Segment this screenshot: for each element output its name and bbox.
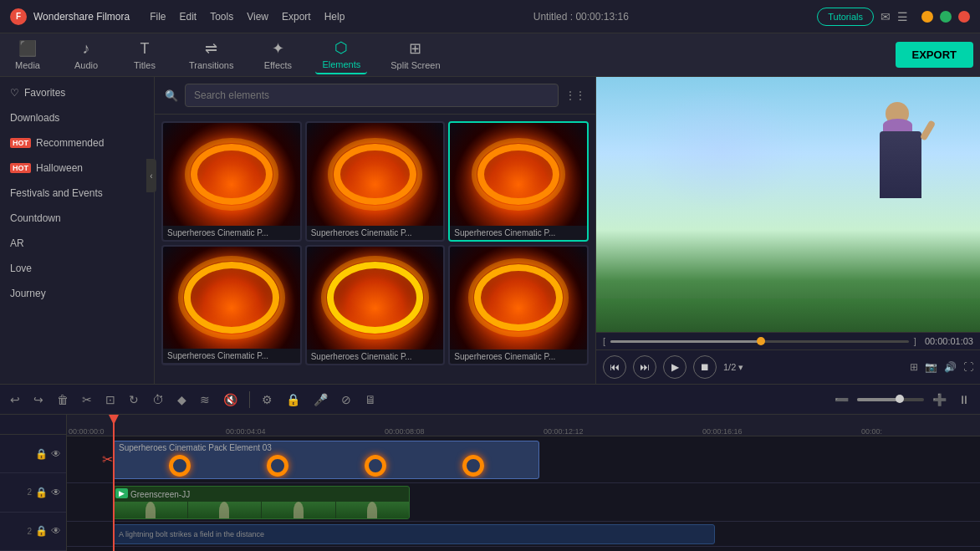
- minimize-button[interactable]: [921, 11, 933, 23]
- sidebar-item-love[interactable]: Love: [0, 256, 154, 281]
- sidebar-item-downloads[interactable]: Downloads: [0, 105, 154, 130]
- play-button[interactable]: ▶: [663, 355, 687, 379]
- lock-icon-1[interactable]: 🔒: [35, 448, 48, 460]
- element-card-4[interactable]: Superheroes Cinematic P...: [161, 245, 302, 365]
- snap-icon[interactable]: 🔒: [283, 390, 304, 410]
- toolbar-media[interactable]: ⬛ Media: [7, 36, 48, 74]
- menu-help[interactable]: Help: [324, 11, 345, 23]
- tutorials-button[interactable]: Tutorials: [817, 8, 874, 26]
- clip-ring-4: [462, 455, 484, 477]
- zoom-out-button[interactable]: ➖: [831, 390, 852, 410]
- menu-icon[interactable]: ☰: [897, 10, 908, 23]
- delete-button[interactable]: 🗑: [54, 390, 72, 410]
- crop-button[interactable]: ⊡: [102, 390, 119, 410]
- toolbar-titles[interactable]: T Titles: [124, 37, 166, 74]
- element-thumb-2: [307, 123, 444, 226]
- zoom-in-button[interactable]: ➕: [929, 390, 950, 410]
- hot-badge-halloween: HOT: [10, 163, 31, 173]
- slider-fill: [610, 340, 759, 343]
- element-label-5: Superheroes Cinematic P...: [307, 349, 444, 364]
- zoom-slider[interactable]: [857, 398, 924, 401]
- voice-icon[interactable]: 🎤: [310, 390, 331, 410]
- sidebar-collapse-btn[interactable]: ‹: [146, 159, 155, 192]
- element-card-3[interactable]: Superheroes Cinematic P...: [448, 121, 589, 242]
- preview-panel: [ ] 00:00:01:03 ⏮ ⏭ ▶ ⏹ 1/2 ▾ ⊞ 📷 🔊 ⛶: [595, 77, 980, 384]
- sidebar-item-favorites[interactable]: ♡ Favorites: [0, 80, 154, 105]
- element-card-5[interactable]: Superheroes Cinematic P...: [305, 245, 446, 365]
- undo-button[interactable]: ↩: [7, 390, 23, 410]
- clip-ring-1: [169, 455, 191, 477]
- app-logo: F: [10, 8, 27, 25]
- search-input[interactable]: [185, 84, 559, 107]
- video-clip[interactable]: ▶ Greenscreen-JJ: [113, 486, 410, 519]
- sidebar-item-countdown[interactable]: Countdown: [0, 206, 154, 231]
- thumb-inner-6: [450, 247, 587, 349]
- sidebar-item-halloween[interactable]: HOT Halloween: [0, 156, 154, 181]
- preview-progress-slider[interactable]: [610, 340, 909, 343]
- close-button[interactable]: [958, 11, 970, 23]
- eye-icon-2[interactable]: 👁: [51, 487, 61, 498]
- maximize-button[interactable]: [940, 11, 952, 23]
- volume-icon[interactable]: 🔊: [944, 361, 957, 373]
- eye-icon-2b[interactable]: 👁: [51, 525, 61, 537]
- menu-file[interactable]: File: [150, 11, 166, 23]
- fullscreen-icon[interactable]: ⛶: [963, 361, 973, 373]
- cut-button[interactable]: ✂: [79, 390, 95, 410]
- thumb-inner-4: [163, 247, 300, 349]
- audio-levels-button[interactable]: ≋: [197, 390, 213, 410]
- export-button[interactable]: EXPORT: [896, 42, 973, 68]
- sidebar-item-ar[interactable]: AR: [0, 231, 154, 256]
- notification-icon[interactable]: ✉: [880, 10, 891, 23]
- toolbar-transitions[interactable]: ⇌ Transitions: [182, 36, 240, 74]
- rewind-button[interactable]: ⏮: [603, 355, 626, 379]
- rotate-button[interactable]: ↻: [125, 390, 142, 410]
- mute-button[interactable]: 🔇: [220, 390, 241, 410]
- timeline-playhead[interactable]: [113, 415, 115, 551]
- toolbar-effects[interactable]: ✦ Effects: [257, 36, 299, 74]
- document-title: Untitled : 00:00:13:16: [533, 11, 629, 23]
- redo-button[interactable]: ↪: [30, 390, 47, 410]
- step-back-button[interactable]: ⏭: [633, 355, 656, 379]
- adjust-icon[interactable]: 🖥: [361, 390, 380, 410]
- eye-icon-1[interactable]: 👁: [51, 448, 61, 460]
- snapshot-icon[interactable]: 📷: [925, 361, 937, 373]
- titles-icon: T: [140, 40, 150, 58]
- timer-button[interactable]: ⏱: [149, 390, 167, 410]
- page-dropdown-icon[interactable]: ▾: [738, 362, 743, 373]
- sidebar-item-festivals[interactable]: Festivals and Events: [0, 181, 154, 206]
- elements-clip[interactable]: Superheroes Cinematic Pack Element 03: [113, 441, 539, 479]
- layout-icon[interactable]: ⊞: [910, 361, 918, 373]
- menu-export[interactable]: Export: [282, 11, 311, 23]
- transitions-icon: ⇌: [205, 39, 217, 58]
- sidebar-item-journey[interactable]: Journey: [0, 281, 154, 306]
- sidebar-item-recommended[interactable]: HOT Recommended: [0, 130, 154, 156]
- toolbar-audio[interactable]: ♪ Audio: [65, 37, 107, 74]
- menu-edit[interactable]: Edit: [180, 11, 197, 23]
- fire-ring-4: [184, 262, 280, 334]
- preview-extra-controls: ⊞ 📷 🔊 ⛶: [910, 361, 973, 373]
- speed-icon[interactable]: ⚙: [258, 390, 276, 410]
- toolbar-splitscreen[interactable]: ⊞ Split Screen: [384, 36, 447, 74]
- lock-icon-2b[interactable]: 🔒: [35, 525, 48, 537]
- toolbar-transitions-label: Transitions: [189, 60, 233, 70]
- menu-tools[interactable]: Tools: [210, 11, 233, 23]
- element-card-6[interactable]: Superheroes Cinematic P...: [448, 245, 589, 365]
- element-card-2[interactable]: Superheroes Cinematic P...: [305, 121, 446, 242]
- fire-ring-5: [327, 262, 423, 334]
- hot-badge-recommended: HOT: [10, 138, 31, 148]
- audio-clip[interactable]: A lightning bolt strikes a field in the …: [113, 524, 715, 544]
- clip-rings-container: [114, 454, 538, 477]
- element-card-1[interactable]: Superheroes Cinematic P...: [161, 121, 302, 242]
- element-label-3: Superheroes Cinematic P...: [450, 226, 587, 240]
- pause-tracks-button[interactable]: ⏸: [955, 390, 973, 410]
- menu-view[interactable]: View: [247, 11, 268, 23]
- grid-toggle-icon[interactable]: ⋮⋮: [565, 89, 585, 101]
- split-icon[interactable]: ⊘: [338, 390, 355, 410]
- lock-icon-2[interactable]: 🔒: [35, 487, 48, 498]
- timeline-toolbar: ↩ ↪ 🗑 ✂ ⊡ ↻ ⏱ ◆ ≋ 🔇 ⚙ 🔒 🎤 ⊘ 🖥 ➖ ➕ ⏸: [0, 385, 980, 415]
- color-button[interactable]: ◆: [174, 390, 190, 410]
- stop-button[interactable]: ⏹: [693, 355, 717, 379]
- fire-ring-2: [334, 144, 416, 206]
- toolbar-elements[interactable]: ⬡ Elements: [315, 35, 367, 74]
- halloween-label: Halloween: [36, 162, 83, 174]
